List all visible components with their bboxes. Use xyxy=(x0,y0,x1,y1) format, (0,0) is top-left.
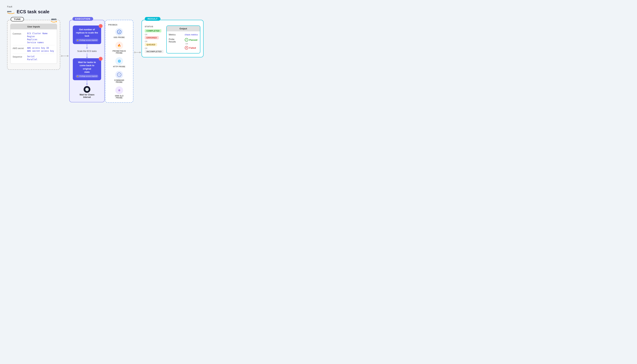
or-1: OR xyxy=(145,34,147,36)
serial-option[interactable]: Serial xyxy=(27,55,37,58)
command-probe-item: >_ COMMANDPROBE xyxy=(114,71,124,83)
aws-smile-icon xyxy=(51,21,57,23)
or-2: OR xyxy=(145,40,147,42)
check-circle-icon: ✓ xyxy=(185,38,188,42)
wait-chaos-label: Wait for ChaosInterval xyxy=(80,94,95,98)
status-errored-badge: ERRORED xyxy=(145,36,159,39)
clock-icon: 🕐 xyxy=(84,86,90,93)
status-incompleted-badge: INCOMPLETED xyxy=(145,50,164,53)
arrow-tune-exec xyxy=(60,55,69,57)
probe-results-key: ProbeResults xyxy=(169,38,183,43)
k8s-probe-item: ⎈ K8S PROBE xyxy=(114,28,125,38)
http-probe-name: HTTP PROBE xyxy=(113,66,125,68)
metrics-value: chaos metrics xyxy=(185,34,198,36)
user-inputs-header: User Inputs xyxy=(11,24,57,30)
k8s-probe-name: K8S PROBE xyxy=(114,36,125,38)
srm-probe-icon: ⚙ xyxy=(115,86,123,94)
metrics-key: Metrics xyxy=(169,34,183,36)
srm-probe-item: ⚙ SRM SLOPROBE xyxy=(115,86,124,99)
arrow-down-1 xyxy=(87,44,87,48)
arrow-down-2 xyxy=(87,54,87,57)
input-row-sequence: Sequence Serial Parallel xyxy=(13,54,55,62)
passed-badge: ✓ Passed xyxy=(185,38,198,42)
step3-corner-icon: 🔺 xyxy=(99,57,103,61)
sequence-label: Sequence xyxy=(13,55,25,58)
arrowhead-icon xyxy=(67,55,69,57)
exec-step-get-replicas: 🔺 Get number ofreplicas to scale thetask… xyxy=(73,26,101,44)
status-column: STATUS COMPLETED OR ERRORED OR QUEUED OR… xyxy=(145,26,164,54)
svg-text:⎈: ⎈ xyxy=(119,30,120,33)
k8s-probe-icon: ⎈ xyxy=(115,28,123,36)
replicas-input[interactable]: Replicas xyxy=(27,38,48,41)
command-probe-icon: >_ xyxy=(115,71,123,78)
region-input[interactable]: Region xyxy=(27,35,48,38)
step3-privilege: 🔒 Privilege access required xyxy=(76,75,98,78)
exec-step-wait-tasks: 🔺 Wait for tasks tocome back to original… xyxy=(73,58,101,80)
status-section-label: STATUS xyxy=(145,26,164,28)
svg-text:🌐: 🌐 xyxy=(118,60,121,63)
result-section: RESULT STATUS COMPLETED OR ERRORED OR QU… xyxy=(142,20,204,57)
aws-secret-access-key[interactable]: AWS secret access key xyxy=(27,50,54,52)
arrow-probes-result xyxy=(133,52,142,53)
sequence-values: Serial Parallel xyxy=(27,55,37,61)
output-column: Output Metrics chaos metrics ProbeResult… xyxy=(166,26,200,54)
failed-badge: ✕ Failed xyxy=(185,46,198,50)
tune-section: TUNE aws User Inputs Common ECS Cluster … xyxy=(7,20,60,70)
output-body: Metrics chaos metrics ProbeResults ✓ Pas… xyxy=(167,31,200,52)
step1-text: Get number ofreplicas to scale thetask xyxy=(76,28,98,38)
probe-results-values: ✓ Passed OR ✕ Failed xyxy=(185,38,198,50)
svg-text:aws: aws xyxy=(7,10,12,13)
status-completed-badge: COMPLETED xyxy=(145,29,161,32)
aws-secret-label: AWS secret xyxy=(13,47,25,50)
step1-privilege-text: Privilege access required xyxy=(79,39,97,42)
step1-privilege: 🔒 Privilege access required xyxy=(76,39,98,42)
arrow-down-3 xyxy=(87,80,87,84)
aws-text: aws xyxy=(51,18,57,21)
result-badge: RESULT xyxy=(145,17,161,21)
svg-text:>_: >_ xyxy=(119,74,121,76)
output-header: Output xyxy=(167,26,200,31)
arrowhead2-icon xyxy=(140,52,141,53)
exec-step-scale: Scale the ECS tasks xyxy=(77,49,97,54)
service-names-input[interactable]: Service names xyxy=(27,41,48,44)
probe-items: ⎈ K8S PROBE 🔥 PROMETHEUSPROBE xyxy=(108,28,130,99)
page-title: ECS task scale xyxy=(17,9,50,14)
arrow-line xyxy=(62,56,69,56)
step1-corner-icon: 🔺 xyxy=(99,24,103,28)
step3-text: Wait for tasks tocome back to originalst… xyxy=(76,61,98,74)
input-row-common: Common ECS Cluster Name Region Replicas … xyxy=(13,31,55,45)
or-3: OR xyxy=(145,48,147,50)
x-circle-icon: ✕ xyxy=(185,46,188,50)
user-inputs-box: User Inputs Common ECS Cluster Name Regi… xyxy=(10,24,57,64)
prometheus-probe-name: PROMETHEUSPROBE xyxy=(113,50,126,54)
connector-dot2 xyxy=(134,52,136,53)
parallel-option[interactable]: Parallel xyxy=(27,58,37,61)
connector-dot xyxy=(61,55,62,57)
arrow-tip-1 xyxy=(86,48,88,49)
command-probe-name: COMMANDPROBE xyxy=(114,79,124,83)
svg-text:⚙: ⚙ xyxy=(118,89,121,92)
passed-label: Passed xyxy=(189,38,198,41)
wait-chaos-step: 🕐 Wait for ChaosInterval xyxy=(80,85,95,98)
or-probe: OR xyxy=(186,43,198,45)
ecs-cluster-name[interactable]: ECS Cluster Name xyxy=(27,32,48,35)
page-header: Fault aws ECS task scale xyxy=(7,5,630,14)
lock2-icon: 🔒 xyxy=(77,75,79,77)
aws-logo-icon: aws xyxy=(7,10,15,14)
lock-icon: 🔒 xyxy=(77,39,79,42)
arrow-line2 xyxy=(136,52,141,52)
step3-privilege-text: Privilege access required xyxy=(79,75,97,77)
arrow-tip-2 xyxy=(86,57,88,58)
execution-badge: EXECUTION xyxy=(73,17,93,21)
probes-label: PROBES xyxy=(108,24,130,26)
status-queued-badge: QUEUED xyxy=(145,43,157,46)
failed-label: Failed xyxy=(189,46,196,49)
svg-text:🔥: 🔥 xyxy=(118,44,121,47)
aws-access-key-id[interactable]: AWS access key ID xyxy=(27,47,54,49)
srm-probe-name: SRM SLOPROBE xyxy=(115,95,124,99)
input-row-aws-secret: AWS secret AWS access key ID AWS secret … xyxy=(13,45,55,54)
execution-section: EXECUTION 🔺 Get number ofreplicas to sca… xyxy=(69,20,105,102)
http-probe-icon: 🌐 xyxy=(115,57,123,65)
http-probe-item: 🌐 HTTP PROBE xyxy=(113,57,125,68)
aws-secret-values: AWS access key ID AWS secret access key xyxy=(27,47,54,52)
